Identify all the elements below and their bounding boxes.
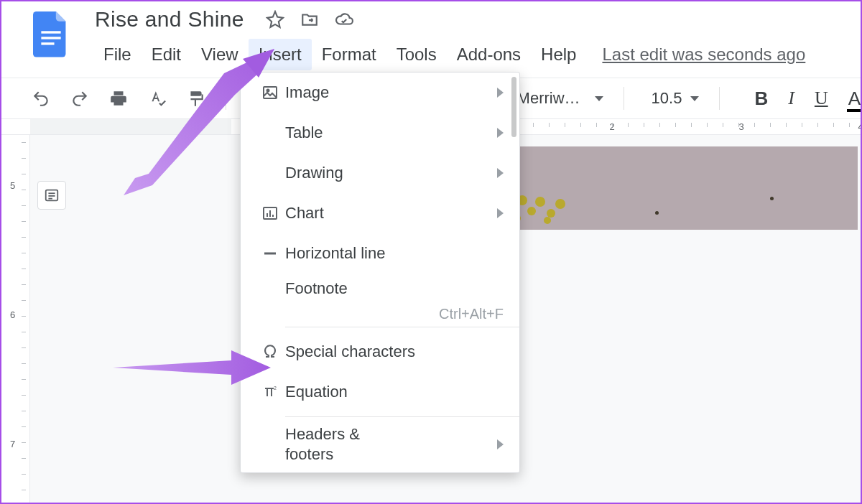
toolbar-separator [624,87,624,110]
submenu-arrow-icon [497,439,504,449]
submenu-arrow-icon [497,168,504,178]
menu-item-shortcut: Ctrl+Alt+F [439,306,504,322]
star-icon[interactable] [266,10,284,29]
menu-item-table[interactable]: Table [241,113,519,153]
menu-item-label: Chart [285,204,506,223]
font-size-picker[interactable]: 10.5 [652,89,700,108]
menu-item-label: Drawing [285,164,506,182]
menu-item-label: Headers & footers [285,424,506,464]
last-edit-link[interactable]: Last edit was seconds ago [602,45,805,65]
toolbar-separator [226,87,226,110]
font-family-name: Merriweath… [517,89,589,108]
submenu-arrow-icon [497,208,504,218]
menu-item-label: Special characters [285,342,506,361]
svg-point-14 [544,217,551,224]
menu-item-label: Horizontal line [285,244,506,263]
ruler-number: 3 [738,121,743,132]
text-color-button[interactable]: A [848,88,861,110]
menu-item-horizontal-line[interactable]: Horizontal line [241,233,519,274]
menu-item-special-characters[interactable]: Special characters [241,332,519,372]
menu-addons[interactable]: Add-ons [447,39,531,70]
svg-point-11 [547,209,555,218]
menu-divider [285,416,519,417]
undo-icon[interactable] [32,89,50,108]
svg-text:2: 2 [274,386,277,391]
ruler-number: 4 [858,121,862,132]
image-icon [255,84,285,101]
menu-item-label: Table [285,123,506,142]
move-folder-icon[interactable] [300,10,319,29]
ruler-number: 6 [10,309,15,320]
menu-view[interactable]: View [191,39,249,70]
chevron-down-icon [690,96,699,101]
svg-rect-2 [41,42,54,45]
menu-item-label: Equation [285,383,506,401]
menu-item-chart[interactable]: Chart [241,193,519,233]
spellcheck-icon[interactable] [148,89,167,108]
insert-menu-dropdown: Image Table Drawing Chart Horizontal lin… [240,72,520,473]
menu-divider [285,327,519,327]
menu-help[interactable]: Help [531,39,586,70]
google-docs-logo-icon[interactable] [33,11,69,55]
redo-icon[interactable] [70,89,89,108]
submenu-arrow-icon [497,128,504,138]
ruler-number: 5 [10,180,15,191]
menu-edit[interactable]: Edit [142,39,191,70]
svg-point-10 [535,197,545,207]
cloud-status-icon[interactable] [335,10,353,29]
menu-item-equation[interactable]: 2 Equation [241,372,519,412]
submenu-arrow-icon [497,88,504,98]
pi-icon: 2 [255,383,285,401]
menu-insert[interactable]: Insert [249,39,312,70]
menu-tools[interactable]: Tools [386,39,447,70]
svg-point-9 [527,207,536,215]
svg-rect-0 [41,31,60,33]
menu-item-image[interactable]: Image [241,73,519,113]
menu-format[interactable]: Format [312,39,386,70]
chevron-down-icon [595,96,603,101]
menu-bar: File Edit View Insert Format Tools Add-o… [93,39,805,70]
paint-format-icon[interactable] [187,89,205,108]
toolbar-separator [719,87,720,110]
omega-icon [255,343,285,360]
vertical-ruler[interactable]: 5 6 7 [1,135,30,503]
italic-button[interactable]: I [788,88,794,109]
font-family-picker[interactable]: Merriweath… [517,89,603,108]
menu-item-label: Footnote [255,279,348,319]
font-size-value: 10.5 [652,89,682,108]
menu-item-footnote[interactable]: Footnote Ctrl+Alt+F [241,274,519,322]
print-icon[interactable] [109,89,128,108]
menu-item-headers-footers[interactable]: Headers & footers [241,421,519,467]
underline-button[interactable]: U [815,88,828,109]
document-outline-button[interactable] [37,181,66,210]
svg-point-16 [267,90,269,92]
menu-file[interactable]: File [93,39,142,70]
document-image[interactable] [519,146,858,230]
svg-rect-1 [41,37,60,39]
ruler-number: 7 [10,439,15,449]
menu-item-label: Image [285,83,506,102]
chart-icon [255,205,285,222]
bold-button[interactable]: B [754,88,768,110]
document-title[interactable]: Rise and Shine [95,7,244,32]
hline-icon [255,245,285,262]
menu-item-drawing[interactable]: Drawing [241,153,519,193]
svg-point-12 [555,199,565,209]
